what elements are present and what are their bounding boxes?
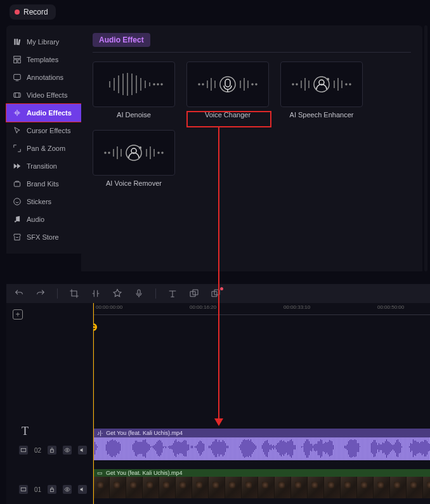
- playhead[interactable]: [93, 303, 94, 504]
- templates-icon: [13, 55, 22, 64]
- sidebar-item-label: Stickers: [27, 198, 51, 205]
- timeline-tracks[interactable]: 00:00:00:00 00:00:16:20 00:00:33:10 00:0…: [93, 303, 430, 504]
- record-label: Record: [23, 8, 48, 16]
- track-number: 02: [34, 447, 41, 454]
- sidebar-item-video-effects[interactable]: Video Effects: [6, 86, 81, 104]
- redo-button[interactable]: [36, 288, 46, 299]
- svg-point-36: [296, 84, 297, 85]
- sidebar-item-label: Cursor Effects: [27, 127, 71, 134]
- svg-rect-1: [14, 60, 17, 63]
- lock-button[interactable]: [48, 485, 56, 494]
- effect-ai-speech-enhancer[interactable]: AI Speech Enhancer: [280, 61, 363, 119]
- video-effects-icon: [13, 91, 22, 100]
- visibility-button[interactable]: [63, 446, 72, 455]
- sidebar: My Library Templates Annotations Video E…: [6, 25, 81, 254]
- effect-ai-voice-remover[interactable]: AI Voice Remover: [93, 130, 175, 187]
- svg-rect-67: [51, 450, 54, 453]
- sidebar-item-pan-zoom[interactable]: Pan & Zoom: [6, 139, 81, 157]
- effect-voice-changer[interactable]: Voice Changer: [186, 61, 269, 119]
- sidebar-item-label: My Library: [27, 38, 59, 46]
- marker-button[interactable]: [112, 288, 122, 299]
- separator: [57, 288, 58, 299]
- playhead-label: C: [93, 324, 96, 330]
- denoise-icon: [93, 61, 175, 107]
- svg-point-33: [252, 84, 253, 85]
- sidebar-item-sfx-store[interactable]: SFX Store: [6, 228, 81, 246]
- timeline-ruler[interactable]: 00:00:00:00 00:00:16:20 00:00:33:10 00:0…: [93, 303, 430, 317]
- notification-badge: [220, 287, 223, 290]
- svg-rect-5: [14, 182, 20, 186]
- svg-point-21: [157, 84, 159, 85]
- right-strip: [424, 25, 427, 271]
- svg-point-7: [15, 221, 16, 222]
- sidebar-item-brand-kits[interactable]: Brand Kits: [6, 175, 81, 193]
- svg-point-24: [202, 84, 204, 85]
- sidebar-item-audio-effects[interactable]: Audio Effects: [6, 104, 81, 122]
- audio-clip[interactable]: ♪|∙ Get You (feat. Kali Uchis).mp4: [93, 429, 430, 460]
- add-track-button[interactable]: +: [13, 309, 23, 320]
- video-icon: ▭: [97, 470, 103, 476]
- track-type-icon: [19, 485, 28, 494]
- svg-point-48: [105, 152, 106, 153]
- audio-clip-filename: Get You (feat. Kali Uchis).mp4: [106, 430, 183, 436]
- audio-icon: ♪|∙: [97, 430, 103, 436]
- text-track-tool[interactable]: T: [22, 425, 29, 438]
- speech-enhancer-icon: [280, 61, 363, 107]
- track-controls-video: 01: [19, 485, 87, 494]
- svg-rect-2: [18, 60, 20, 63]
- group-button[interactable]: [189, 288, 199, 299]
- separator: [155, 288, 156, 299]
- waveform: [93, 437, 430, 460]
- svg-point-42: [327, 79, 329, 81]
- sidebar-item-label: Video Effects: [27, 91, 67, 99]
- svg-rect-61: [138, 290, 140, 294]
- divider: [93, 52, 411, 53]
- voiceover-button[interactable]: [134, 288, 144, 299]
- svg-rect-66: [21, 449, 26, 452]
- svg-point-6: [14, 198, 21, 205]
- svg-rect-70: [51, 489, 54, 492]
- audio-effects-icon: [13, 108, 22, 117]
- visibility-button[interactable]: [63, 485, 72, 494]
- sidebar-item-label: Audio: [27, 216, 44, 223]
- annotations-icon: [13, 73, 22, 82]
- sidebar-item-templates[interactable]: Templates: [6, 51, 81, 68]
- mute-button[interactable]: [78, 446, 87, 455]
- ruler-tick: 00:00:33:10: [283, 304, 310, 310]
- effect-label: AI Speech Enhancer: [280, 111, 363, 119]
- undo-button[interactable]: [14, 288, 24, 299]
- brand-kits-icon: [13, 179, 22, 188]
- sidebar-item-stickers[interactable]: Stickers: [6, 193, 81, 210]
- ruler-tick: 00:00:00:00: [96, 304, 122, 310]
- svg-rect-4: [14, 93, 21, 98]
- effect-label: Voice Changer: [186, 111, 269, 119]
- video-clip-header: ▭ Get You (feat. Kali Uchis).mp4: [93, 469, 430, 477]
- sfx-store-icon: [13, 233, 22, 242]
- svg-rect-69: [21, 488, 26, 491]
- svg-rect-3: [14, 74, 21, 79]
- effect-ai-denoise[interactable]: AI Denoise: [93, 61, 175, 119]
- audio-clip-header: ♪|∙ Get You (feat. Kali Uchis).mp4: [93, 429, 430, 437]
- sidebar-item-my-library[interactable]: My Library: [6, 33, 81, 51]
- video-clip[interactable]: ▭ Get You (feat. Kali Uchis).mp4: [93, 469, 430, 498]
- mute-button[interactable]: [78, 485, 87, 494]
- svg-rect-0: [14, 56, 21, 59]
- text-button[interactable]: [167, 288, 178, 299]
- sidebar-item-audio[interactable]: Audio: [6, 210, 81, 228]
- transition-icon: [13, 162, 22, 171]
- pan-zoom-icon: [13, 144, 22, 153]
- sidebar-item-label: Pan & Zoom: [27, 145, 65, 152]
- audio-icon: [13, 215, 22, 224]
- crop-button[interactable]: [69, 288, 79, 299]
- track-number: 01: [34, 486, 41, 493]
- svg-point-22: [161, 84, 162, 85]
- svg-point-68: [67, 449, 68, 451]
- record-button[interactable]: Record: [10, 4, 56, 20]
- lock-button[interactable]: [48, 446, 56, 455]
- sidebar-item-transition[interactable]: Transition: [6, 157, 81, 175]
- sidebar-item-annotations[interactable]: Annotations: [6, 68, 81, 86]
- effects-panel: Audio Effect AI Denoise Voice Changer AI…: [81, 25, 422, 271]
- split-button[interactable]: [91, 288, 101, 299]
- video-clip-filename: Get You (feat. Kali Uchis).mp4: [106, 470, 183, 476]
- sidebar-item-cursor-effects[interactable]: Cursor Effects: [6, 122, 81, 139]
